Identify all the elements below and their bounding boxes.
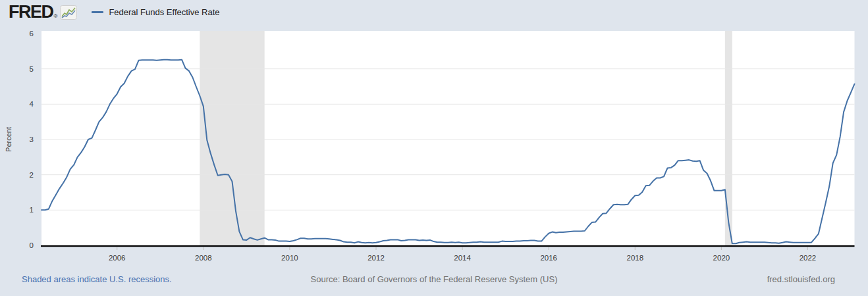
recessions-note-link[interactable]: Shaded areas indicate U.S. recessions. (22, 274, 172, 285)
y-tick-label: 2 (30, 171, 34, 179)
fred-site-link[interactable]: fred.stlouisfed.org (767, 274, 835, 285)
source-text: Source: Board of Governors of the Federa… (311, 274, 558, 285)
x-tick-label: 2012 (367, 254, 385, 262)
y-tick-label: 6 (30, 30, 34, 37)
x-tick-label: 2008 (195, 254, 212, 262)
x-axis-line (41, 245, 855, 247)
recession-band (200, 31, 264, 245)
x-tick-label: 2022 (800, 254, 817, 262)
chart-footer: Shaded areas indicate U.S. recessions. S… (0, 274, 868, 287)
y-tick-label: 0 (30, 241, 34, 249)
chart-area: 2006200820102012201420162018202020220123… (0, 0, 868, 296)
y-tick-label: 1 (30, 206, 34, 214)
y-axis-title: Percent (5, 127, 13, 152)
fred-chart-widget: FRED ® Federal Funds Effective Rate 2006… (0, 0, 868, 296)
line-chart[interactable]: 2006200820102012201420162018202020220123… (0, 0, 868, 296)
x-tick-label: 2010 (281, 254, 298, 262)
y-tick-label: 4 (30, 100, 34, 108)
x-tick-label: 2020 (713, 254, 730, 262)
plot-background (41, 31, 855, 245)
x-tick-label: 2016 (540, 254, 557, 262)
x-tick-label: 2014 (454, 254, 471, 262)
y-tick-label: 5 (30, 65, 34, 73)
recession-band (725, 31, 732, 245)
x-tick-label: 2006 (109, 254, 126, 262)
x-tick-label: 2018 (626, 254, 643, 262)
y-tick-label: 3 (30, 136, 34, 143)
